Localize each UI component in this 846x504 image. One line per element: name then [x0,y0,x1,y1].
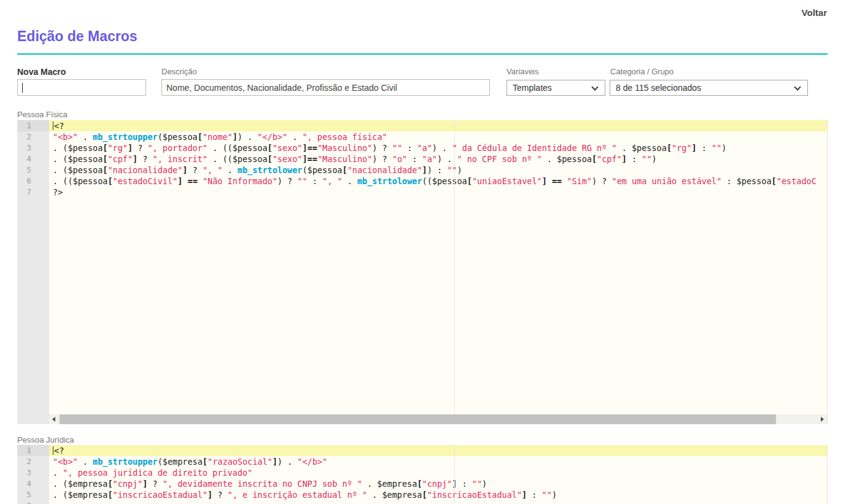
scroll-left-button[interactable] [49,414,59,424]
editor-caret [53,122,53,130]
pessoa-juridica-label: Pessoa Jurídica [17,435,74,444]
code-token: . $empresa [367,490,422,500]
code-token: : [308,176,322,186]
horizontal-scrollbar[interactable] [49,414,827,424]
code-line[interactable]: . ($pessoa["nacionalidade"] ? ", " . mb_… [53,165,827,176]
code-line[interactable]: <? [49,120,827,131]
variaveis-label: Variaveis [506,67,539,76]
code-area[interactable]: <?"<b>" . mb_strtoupper($empresa["razaoS… [49,444,827,504]
variaveis-selected-value: Templates [513,83,552,93]
text-caret [22,83,23,93]
code-token: [ [198,132,203,142]
code-line[interactable]: . ($pessoa["cpf"] ? ", inscrit" . (($pes… [53,153,827,165]
code-token: ] [208,490,212,500]
code-token: "nome" [203,132,233,142]
code-token: ] [273,457,277,467]
line-number: 5 [17,489,49,500]
code-token: ) [457,165,462,175]
descricao-input[interactable]: Nome, Documentos, Nacionalidade, Profiss… [161,79,490,96]
column-ruler [454,120,455,414]
code-token: . [78,457,93,467]
code-token: ($pessoa [302,165,342,175]
code-token: . [287,132,302,142]
left-arrow-icon [52,417,55,422]
code-token: "sexo" [273,143,303,153]
code-token: ", inscrit" [153,154,208,164]
code-token: ) [652,154,657,164]
pessoa-fisica-code-editor[interactable]: 1234567 <?"<b>" . mb_strtoupper($pessoa[… [17,120,828,424]
line-number-gutter: 1234567 [17,120,49,424]
line-number: 4 [17,153,49,165]
code-token: "Masculino" [317,154,372,164]
code-area[interactable]: <?"<b>" . mb_strtoupper($pessoa["nome"])… [49,120,827,414]
code-token: "cnpj" [422,479,452,489]
code-line[interactable]: "<b>" . mb_strtoupper($empresa["razaoSoc… [53,456,827,467]
pessoa-juridica-code-editor[interactable]: 123456 <?"<b>" . mb_strtoupper($empresa[… [17,444,828,504]
code-token: ", pessoa física" [302,132,387,142]
code-token: ($empresa [158,457,203,467]
code-token: ] [302,154,307,164]
code-line[interactable]: "<b>" . mb_strtoupper($pessoa["nome"]) .… [53,131,827,142]
code-token: ", portador" [147,143,208,153]
code-token: ) . [432,143,452,153]
code-token: "a" [422,154,437,164]
code-token: "a" [417,143,432,153]
code-token: "Não Informado" [203,176,277,186]
code-token: [ [417,479,422,489]
code-token: : [697,143,712,153]
line-number-gutter: 123456 [17,444,49,504]
code-token: "uniaoEstavel" [472,176,542,186]
code-token: mb_strtoupper [93,132,158,142]
code-token: ] [302,143,307,153]
code-token: ] [233,132,238,142]
code-token: [ [268,154,273,164]
pessoa-fisica-label: Pessoa Física [17,110,68,119]
code-token: "nacionalidade" [107,165,182,175]
nova-macro-input[interactable] [17,79,146,96]
code-token: ($pessoa [158,132,198,142]
code-token: == [552,176,562,186]
code-token: ? [138,154,152,164]
code-token: "" [542,490,552,500]
code-token: ", " [203,165,223,175]
code-token: [ [667,143,672,153]
line-number: 6 [17,500,49,504]
code-token: [ [422,490,427,500]
editor-caret [53,446,53,455]
back-link[interactable]: Voltar [802,7,827,18]
line-number: 3 [17,142,49,153]
code-line[interactable]: . ", pessoa jurídica de direito privado" [53,467,827,478]
variaveis-select[interactable]: Templates [506,80,605,96]
code-token: [ [268,143,273,153]
code-token: . [78,132,93,142]
scrollbar-thumb[interactable] [60,414,776,424]
code-line[interactable]: . ($empresa["cnpj"] ? ", devidamente ins… [53,478,827,489]
code-token: . ($pessoa [53,154,103,164]
column-ruler [454,444,455,504]
code-token: "o" [392,154,407,164]
code-token: . ($pessoa [53,143,103,153]
scroll-right-button[interactable] [817,414,827,424]
code-token: "</b>" [297,457,327,467]
code-token: <? [54,446,64,456]
code-line[interactable]: . (($pessoa["estadoCivil"] == "Não Infor… [53,176,827,187]
code-line[interactable]: . ($pessoa["rg"] ? ", portador" . (($pes… [53,142,827,153]
categoria-grupo-select[interactable]: 8 de 115 selecionados [610,80,808,96]
code-line[interactable]: . ($empresa["inscricaoEstadual"] ? ", e … [53,489,827,500]
code-token: . [53,468,63,478]
code-token: ?> [53,187,63,197]
categoria-selected-value: 8 de 115 selecionados [616,83,701,93]
code-line[interactable]: ?> [53,187,827,198]
code-token: <? [54,121,64,131]
code-token: "estadoCivil" [113,176,178,186]
code-line[interactable]: <? [49,445,827,456]
code-token: ) ? [592,176,612,186]
code-token: == [308,154,317,164]
descricao-label: Descrição [161,67,197,76]
code-token: mb_strtoupper [93,457,158,467]
line-number: 2 [17,131,49,142]
code-token: "rg" [107,143,128,153]
code-line[interactable] [53,500,827,504]
code-token [182,176,187,186]
code-token: "inscricaoEstadual" [113,490,208,500]
